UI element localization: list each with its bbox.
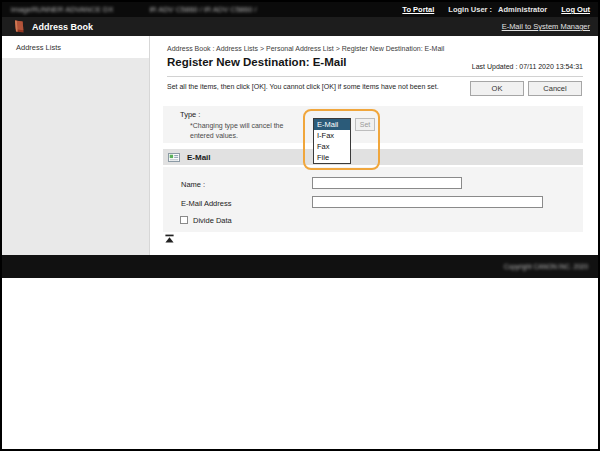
type-dropdown-list: E-Mail I-Fax Fax File xyxy=(313,118,351,164)
ok-button[interactable]: OK xyxy=(470,81,524,96)
email-address-input[interactable] xyxy=(312,196,543,208)
app-title: Address Book xyxy=(32,22,93,32)
breadcrumb: Address Book : Address Lists > Personal … xyxy=(167,45,444,52)
main-content: Address Book : Address Lists > Personal … xyxy=(150,36,598,255)
type-option-file[interactable]: File xyxy=(314,152,350,163)
device-model-text: imageRUNNER ADVANCE DX xyxy=(11,5,113,14)
device-line-text: iR ADV C5860 / iR ADV C5860 / xyxy=(149,5,256,14)
type-option-email[interactable]: E-Mail xyxy=(314,119,350,130)
address-book-icon xyxy=(12,19,26,34)
title-divider xyxy=(167,76,583,77)
footer-bar: Copyright CANON INC. 2020 xyxy=(2,255,598,278)
email-section-header: E-Mail xyxy=(163,149,583,165)
type-label: Type : xyxy=(180,110,200,119)
login-user-label: Login User : xyxy=(448,5,492,14)
cancel-button[interactable]: Cancel xyxy=(528,81,582,96)
page-title: Register New Destination: E-Mail xyxy=(167,56,347,68)
email-fields-section: Name : E-Mail Address Divide Data xyxy=(163,167,583,232)
log-out-link[interactable]: Log Out xyxy=(561,5,590,14)
type-option-fax[interactable]: Fax xyxy=(314,141,350,152)
name-input[interactable] xyxy=(312,177,462,189)
type-option-ifax[interactable]: I-Fax xyxy=(314,130,350,141)
copyright-text: Copyright CANON INC. 2020 xyxy=(504,263,588,270)
remote-ui-window: imageRUNNER ADVANCE DX iR ADV C5860 / iR… xyxy=(0,0,600,451)
mail-to-system-manager-link[interactable]: E-Mail to System Manager xyxy=(502,22,598,31)
to-portal-link[interactable]: To Portal xyxy=(402,5,434,14)
device-topbar: imageRUNNER ADVANCE DX iR ADV C5860 / iR… xyxy=(2,2,598,17)
sidebar-item-address-lists[interactable]: Address Lists xyxy=(2,36,149,58)
set-button[interactable]: Set xyxy=(355,118,375,131)
instruction-text: Set all the items, then click [OK]. You … xyxy=(167,81,465,92)
email-address-label: E-Mail Address xyxy=(181,199,231,208)
divide-data-label: Divide Data xyxy=(193,216,232,225)
divide-data-checkbox[interactable] xyxy=(180,216,188,224)
back-to-top-icon[interactable] xyxy=(165,234,174,243)
email-card-icon xyxy=(168,153,180,162)
type-note: *Changing type will cancel the entered v… xyxy=(190,121,283,141)
sidebar: Address Lists xyxy=(2,36,150,255)
login-user-name: Administrator xyxy=(498,5,547,14)
email-section-title: E-Mail xyxy=(187,153,211,162)
last-updated-text: Last Updated : 07/11 2020 13:54:31 xyxy=(472,63,583,70)
name-label: Name : xyxy=(181,180,205,189)
app-bar: Address Book E-Mail to System Manager xyxy=(2,17,598,36)
